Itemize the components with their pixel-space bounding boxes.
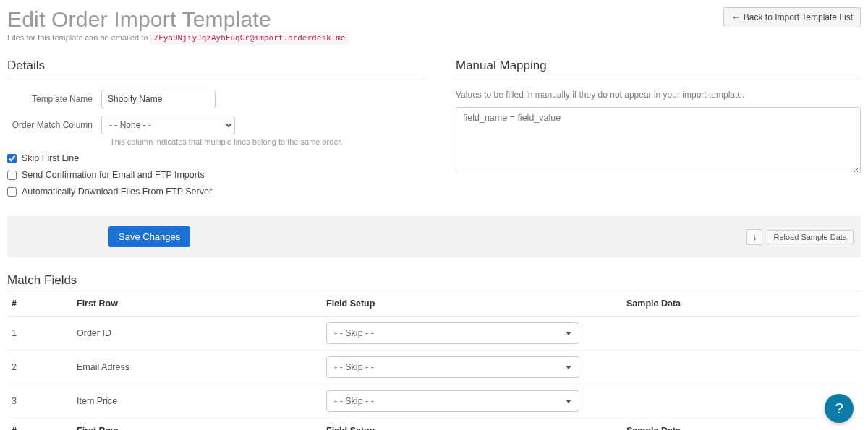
field-setup-select[interactable]: - - Skip - -	[326, 322, 579, 344]
back-button[interactable]: ← Back to Import Template List	[723, 7, 861, 27]
match-fields-table: # First Row Field Setup Sample Data 1 Or…	[7, 291, 861, 430]
send-confirmation-label: Send Confirmation for Email and FTP Impo…	[22, 170, 205, 180]
skip-first-label: Skip First Line	[22, 153, 79, 163]
arrow-left-icon: ←	[731, 12, 741, 23]
skip-first-checkbox[interactable]	[7, 154, 17, 163]
field-setup-value: - - Skip - -	[334, 396, 374, 406]
template-name-input[interactable]	[101, 90, 216, 108]
auto-download-checkbox[interactable]	[7, 187, 17, 197]
field-setup-select[interactable]: - - Skip - -	[326, 356, 579, 378]
reload-sample-button[interactable]: Reload Sample Data	[767, 230, 854, 244]
row-sample	[622, 317, 861, 351]
table-row: 2 Email Adress - - Skip - -	[7, 351, 861, 384]
row-firstrow: Item Price	[72, 384, 322, 418]
field-setup-value: - - Skip - -	[334, 328, 374, 338]
row-firstrow: Order ID	[72, 317, 322, 351]
order-match-hint: This column indicates that multiple line…	[110, 137, 427, 146]
mapping-title: Manual Mapping	[456, 59, 861, 79]
row-num: 3	[7, 384, 72, 418]
auto-download-row[interactable]: Automatically Download Files From FTP Se…	[7, 186, 427, 197]
download-icon-button[interactable]: ↓	[746, 229, 762, 245]
mapping-textarea[interactable]	[456, 107, 861, 173]
col-num-header: #	[7, 291, 72, 317]
action-bar: Save Changes ↓ Reload Sample Data	[7, 216, 861, 257]
match-fields-title: Match Fields	[7, 273, 861, 288]
row-firstrow: Email Adress	[72, 351, 322, 384]
row-num: 1	[7, 317, 72, 351]
save-button[interactable]: Save Changes	[109, 226, 190, 247]
details-title: Details	[7, 59, 427, 79]
skip-first-row[interactable]: Skip First Line	[7, 153, 427, 163]
template-name-label: Template Name	[7, 94, 101, 104]
page-title: Edit Order Import Template	[7, 7, 349, 32]
foot-fieldsetup: Field Setup	[322, 418, 622, 431]
order-match-label: Order Match Column	[7, 120, 101, 130]
email-address: ZFya9NjiyJqzAyhFuqGr@import.orderdesk.me	[150, 32, 349, 44]
row-num: 2	[7, 351, 72, 384]
field-setup-select[interactable]: - - Skip - -	[326, 390, 579, 412]
details-section: Details Template Name Order Match Column…	[7, 59, 427, 203]
mapping-hint: Values to be filled in manually if they …	[456, 90, 861, 100]
col-fieldsetup-header: Field Setup	[322, 291, 622, 317]
email-hint-text: Files for this template can be emailed t…	[7, 33, 148, 42]
send-confirmation-row[interactable]: Send Confirmation for Email and FTP Impo…	[7, 170, 427, 180]
col-firstrow-header: First Row	[72, 291, 322, 317]
send-confirmation-checkbox[interactable]	[7, 171, 17, 180]
auto-download-label: Automatically Download Files From FTP Se…	[22, 186, 212, 197]
field-setup-value: - - Skip - -	[334, 362, 374, 372]
row-sample	[622, 351, 861, 384]
mapping-section: Manual Mapping Values to be filled in ma…	[456, 59, 861, 203]
foot-firstrow: First Row	[72, 418, 322, 431]
help-button[interactable]: ?	[825, 394, 854, 423]
order-match-select[interactable]: - - None - -	[101, 116, 235, 134]
back-button-label: Back to Import Template List	[744, 12, 853, 22]
table-row: 1 Order ID - - Skip - -	[7, 317, 861, 351]
table-row: 3 Item Price - - Skip - -	[7, 384, 861, 418]
email-hint: Files for this template can be emailed t…	[7, 33, 349, 43]
col-sampledata-header: Sample Data	[622, 291, 861, 317]
foot-num: #	[7, 418, 72, 431]
foot-sampledata: Sample Data	[622, 418, 861, 431]
